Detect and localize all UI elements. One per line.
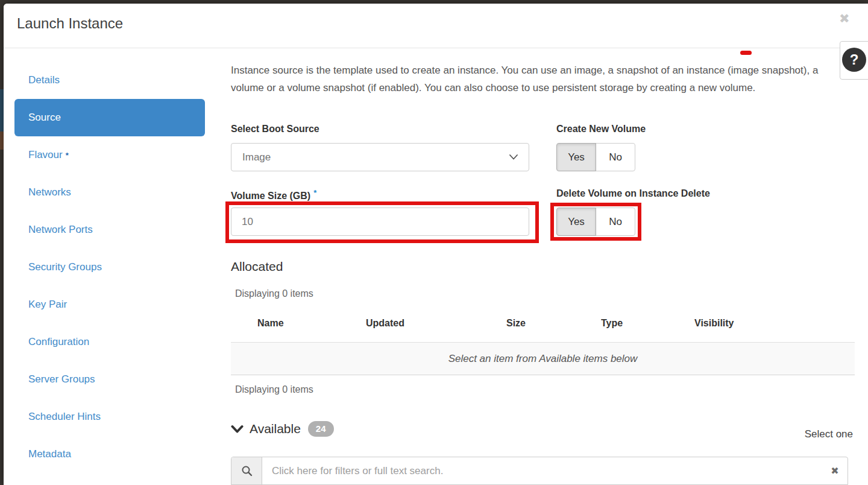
- allocated-count: Displaying 0 items: [235, 288, 313, 299]
- search-button[interactable]: [231, 457, 262, 484]
- column-header-type: Type: [601, 318, 694, 329]
- sidebar-item-details[interactable]: Details: [14, 62, 205, 99]
- sidebar-item-label: Metadata: [28, 448, 71, 460]
- boot-source-label: Select Boot Source: [231, 124, 319, 135]
- available-section-title: Available: [250, 422, 301, 436]
- sidebar-item-label: Scheduler Hints: [28, 411, 101, 423]
- boot-source-select[interactable]: Image: [231, 143, 529, 171]
- delete-volume-yes-button[interactable]: Yes: [556, 208, 596, 236]
- allocated-section-title: Allocated: [231, 259, 283, 274]
- sidebar-item-label: Network Ports: [28, 224, 93, 236]
- column-header-visibility: Visibility: [694, 318, 855, 329]
- available-count-badge: 24: [308, 421, 334, 437]
- create-new-volume-no-button[interactable]: No: [596, 143, 635, 171]
- search-input[interactable]: [262, 457, 822, 484]
- modal-title: Launch Instance: [17, 15, 123, 32]
- delete-volume-toggle: Yes No: [556, 208, 635, 236]
- source-description: Instance source is the template used to …: [231, 62, 842, 97]
- sidebar-item-label: Configuration: [28, 336, 89, 348]
- sidebar-item-flavour[interactable]: Flavour*: [14, 136, 205, 174]
- volume-size-label-text: Volume Size (GB): [231, 191, 310, 201]
- available-section-header: Available 24: [231, 421, 334, 437]
- column-header-name: Name: [231, 318, 366, 329]
- sidebar-item-label: Key Pair: [28, 299, 67, 311]
- close-icon[interactable]: ✖: [839, 12, 850, 25]
- volume-size-label: Volume Size (GB)*: [231, 188, 316, 201]
- modal-header: Launch Instance ✖: [4, 4, 868, 48]
- search-icon: [241, 465, 253, 477]
- available-search-bar: ✖: [231, 457, 848, 485]
- wizard-sidebar: Details Source Flavour* Networks Network…: [14, 62, 205, 473]
- create-new-volume-label: Create New Volume: [556, 124, 646, 135]
- sidebar-item-label: Server Groups: [28, 373, 95, 385]
- volume-size-input[interactable]: [231, 208, 529, 236]
- launch-instance-modal: Launch Instance ✖ ? Details Source Flavo…: [4, 4, 868, 485]
- allocated-empty-row: Select an item from Available items belo…: [231, 342, 855, 375]
- delete-volume-no-button[interactable]: No: [596, 208, 635, 236]
- annotation-red-dash: [740, 51, 752, 55]
- column-header-size: Size: [505, 318, 601, 329]
- select-one-hint: Select one: [805, 428, 853, 440]
- sidebar-item-configuration[interactable]: Configuration: [14, 323, 205, 361]
- sidebar-item-label: Networks: [28, 186, 71, 198]
- sidebar-item-server-groups[interactable]: Server Groups: [14, 361, 205, 398]
- sidebar-item-source[interactable]: Source: [14, 99, 205, 136]
- sidebar-item-networks[interactable]: Networks: [14, 174, 205, 211]
- sidebar-item-label: Flavour: [28, 149, 63, 161]
- search-clear-icon[interactable]: ✖: [822, 457, 848, 484]
- sidebar-item-key-pair[interactable]: Key Pair: [14, 286, 205, 323]
- sidebar-item-security-groups[interactable]: Security Groups: [14, 249, 205, 286]
- question-mark-icon: ?: [842, 48, 866, 72]
- create-new-volume-toggle: Yes No: [556, 143, 635, 171]
- column-header-updated: Updated: [366, 318, 505, 329]
- boot-source-value: Image: [242, 151, 509, 163]
- allocated-table-header: Name Updated Size Type Visibility: [231, 318, 855, 329]
- allocated-empty-text: Select an item from Available items belo…: [448, 353, 638, 365]
- required-asterisk: *: [66, 151, 69, 160]
- collapse-chevron-down-icon[interactable]: [231, 425, 244, 434]
- create-new-volume-yes-button[interactable]: Yes: [556, 143, 596, 171]
- sidebar-item-network-ports[interactable]: Network Ports: [14, 211, 205, 249]
- sidebar-item-scheduler-hints[interactable]: Scheduler Hints: [14, 398, 205, 436]
- chevron-down-icon: [509, 154, 518, 160]
- allocated-footer-count: Displaying 0 items: [235, 384, 313, 395]
- sidebar-item-label: Details: [28, 74, 60, 86]
- sidebar-item-label: Source: [28, 112, 61, 124]
- help-button[interactable]: ?: [840, 41, 868, 80]
- required-asterisk: *: [313, 188, 316, 197]
- sidebar-item-label: Security Groups: [28, 261, 102, 273]
- delete-volume-label: Delete Volume on Instance Delete: [556, 188, 710, 199]
- sidebar-item-metadata[interactable]: Metadata: [14, 436, 205, 473]
